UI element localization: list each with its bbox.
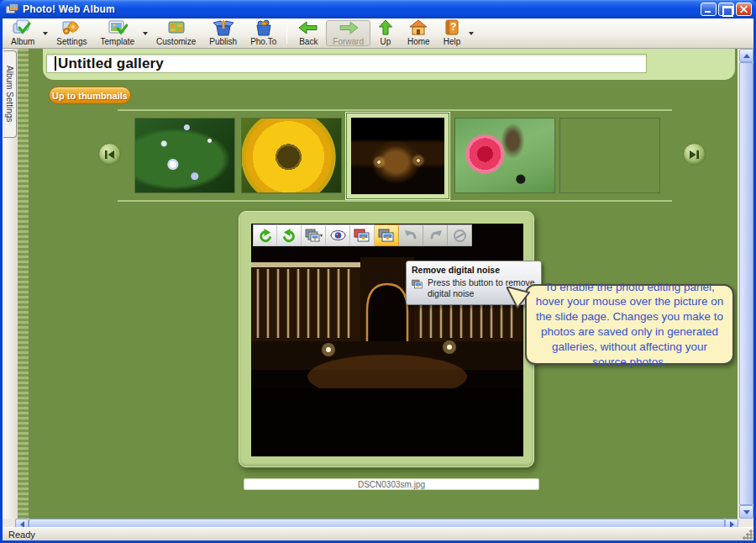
filmstrip-first-button[interactable] bbox=[98, 143, 121, 166]
up-triangle-icon bbox=[743, 54, 750, 58]
main-toolbar: Album Settings Template Customize bbox=[3, 18, 753, 49]
photo-service-label: Pho.To bbox=[250, 37, 276, 46]
settings-button[interactable]: Settings bbox=[50, 20, 93, 46]
page-edge-stripes bbox=[18, 49, 29, 519]
thumbnail-hibiscus[interactable] bbox=[454, 118, 555, 193]
red-eye-removal-button[interactable] bbox=[326, 224, 350, 246]
vertical-scrollbar[interactable] bbox=[739, 49, 753, 519]
gallery-preview-page: Untitled gallery Up to thumbnails bbox=[18, 49, 738, 519]
vertical-scroll-thumb[interactable] bbox=[739, 62, 753, 505]
filename-bar: DSCN0303sm.jpg bbox=[244, 478, 539, 490]
photo-edit-toolbar bbox=[253, 224, 472, 246]
thumbnail-leaves[interactable] bbox=[134, 118, 235, 193]
settings-label: Settings bbox=[56, 37, 87, 46]
help-question-glyph: ? bbox=[450, 21, 456, 33]
minimize-button[interactable] bbox=[701, 3, 717, 16]
status-text: Ready bbox=[8, 530, 35, 540]
help-label: Help bbox=[444, 37, 461, 46]
up-to-thumbnails-label: Up to thumbnails bbox=[52, 91, 128, 101]
thumbnail-night-arch[interactable] bbox=[351, 118, 444, 194]
album-settings-tab[interactable]: Album Settings bbox=[3, 50, 17, 138]
template-button[interactable]: Template bbox=[94, 20, 142, 46]
thumbnail-selected-frame[interactable] bbox=[345, 112, 450, 200]
photo-sizes-button[interactable] bbox=[302, 224, 326, 246]
home-label: Home bbox=[407, 37, 430, 46]
photo-box-icon bbox=[254, 19, 274, 36]
text-caret bbox=[55, 56, 56, 71]
undo-button bbox=[399, 224, 423, 246]
rotate-left-button[interactable] bbox=[253, 224, 277, 246]
help-dropdown-icon[interactable] bbox=[469, 32, 474, 35]
up-to-thumbnails-button[interactable]: Up to thumbnails bbox=[49, 87, 131, 104]
scroll-up-button[interactable] bbox=[739, 49, 753, 62]
status-bar: Ready bbox=[3, 527, 753, 540]
thumbnail-sunflower[interactable] bbox=[241, 118, 342, 193]
slide-photo-panel: Remove digital noise Press this button t… bbox=[239, 211, 534, 467]
scroll-down-button[interactable] bbox=[739, 505, 753, 519]
back-button[interactable]: Back bbox=[291, 20, 326, 46]
template-icon bbox=[108, 19, 128, 36]
forward-arrow-icon bbox=[338, 19, 360, 36]
hint-callout-text: To enable the photo editing panel, hover… bbox=[534, 280, 725, 370]
maximize-button[interactable] bbox=[718, 3, 734, 16]
resize-grip[interactable] bbox=[742, 529, 753, 540]
publish-label: Publish bbox=[209, 37, 237, 46]
back-label: Back bbox=[299, 37, 318, 46]
forward-button: Forward bbox=[326, 20, 370, 46]
customize-icon bbox=[166, 19, 186, 36]
customize-label: Customize bbox=[156, 37, 196, 46]
publish-icon bbox=[213, 19, 234, 36]
publish-button[interactable]: Publish bbox=[202, 20, 244, 46]
settings-icon bbox=[61, 19, 81, 36]
callout-tail bbox=[507, 287, 530, 308]
filmstrip-last-button[interactable] bbox=[683, 143, 706, 166]
customize-button[interactable]: Customize bbox=[150, 20, 202, 46]
window-frame: Album Settings Template Customize bbox=[3, 18, 753, 540]
remove-noise-button[interactable] bbox=[375, 224, 399, 246]
redo-button bbox=[423, 224, 448, 246]
cancel-editing-button bbox=[448, 224, 472, 246]
template-dropdown-icon[interactable] bbox=[143, 32, 148, 35]
close-button[interactable] bbox=[736, 3, 752, 16]
slide-photo[interactable]: Remove digital noise Press this button t… bbox=[251, 224, 523, 456]
up-arrow-icon bbox=[377, 19, 394, 36]
app-icon bbox=[6, 3, 19, 15]
remove-noise-icon bbox=[412, 277, 423, 291]
gallery-title-input[interactable]: Untitled gallery bbox=[46, 54, 647, 73]
filmstrip-top-rule bbox=[118, 109, 672, 111]
filename-text: DSCN0303sm.jpg bbox=[358, 480, 425, 489]
down-triangle-icon bbox=[743, 510, 750, 514]
filmstrip-bottom-rule bbox=[118, 200, 672, 202]
gallery-title-value: Untitled gallery bbox=[58, 55, 164, 72]
window-title: Photo! Web Album bbox=[23, 3, 115, 15]
rotate-right-button[interactable] bbox=[277, 224, 302, 246]
left-gutter: Album Settings bbox=[3, 49, 18, 519]
album-icon bbox=[13, 19, 33, 36]
home-button[interactable]: Home bbox=[401, 20, 437, 46]
app-window: Photo! Web Album Album Settings bbox=[0, 0, 756, 543]
home-icon bbox=[409, 19, 428, 36]
title-bar[interactable]: Photo! Web Album bbox=[0, 0, 756, 18]
album-button[interactable]: Album bbox=[4, 20, 41, 46]
template-label: Template bbox=[101, 37, 135, 46]
thumbnail-colosseum[interactable] bbox=[559, 118, 660, 193]
help-button[interactable]: ? Help bbox=[437, 20, 468, 46]
toolbar-separator bbox=[286, 23, 287, 44]
enhance-colors-button[interactable] bbox=[350, 224, 375, 246]
album-settings-tab-label: Album Settings bbox=[5, 66, 14, 122]
album-dropdown-icon[interactable] bbox=[43, 32, 48, 35]
help-icon: ? bbox=[444, 19, 460, 36]
up-button[interactable]: Up bbox=[370, 20, 401, 46]
forward-label: Forward bbox=[333, 37, 364, 46]
back-arrow-icon bbox=[297, 19, 319, 36]
album-label: Album bbox=[11, 37, 34, 46]
hint-callout: To enable the photo editing panel, hover… bbox=[525, 284, 734, 365]
photo-service-button[interactable]: Pho.To bbox=[244, 20, 283, 46]
tooltip-title: Remove digital noise bbox=[412, 265, 536, 275]
up-label: Up bbox=[381, 37, 391, 46]
